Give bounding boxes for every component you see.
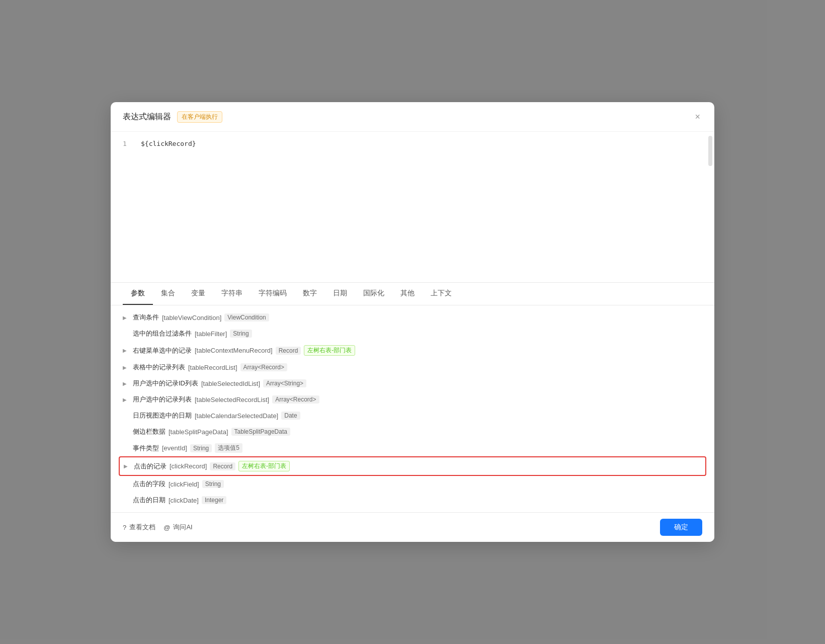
ai-label: 询问AI: [173, 523, 192, 532]
param-key: [tableFilter]: [195, 330, 227, 338]
param-type-badge: String: [202, 480, 224, 488]
param-row[interactable]: ▶右键菜单选中的记录[tableContextMenuRecord]Record…: [111, 342, 714, 359]
tab-variable[interactable]: 变量: [183, 283, 213, 305]
expand-arrow-icon: ▶: [123, 381, 130, 386]
tab-context[interactable]: 上下文: [423, 283, 460, 305]
client-badge: 在客户端执行: [177, 111, 222, 123]
tab-string[interactable]: 字符串: [213, 283, 251, 305]
tab-other[interactable]: 其他: [392, 283, 423, 305]
param-type-badge: TableSplitPageData: [231, 428, 290, 436]
line-number: 1: [123, 140, 133, 274]
param-type-badge: Record: [210, 462, 235, 470]
modal-overlay: 表达式编辑器 在客户端执行 × 1 ${clickRecord} 参数集合变量字…: [0, 0, 825, 644]
modal-title: 表达式编辑器: [123, 112, 171, 122]
param-key: [clickRecord]: [170, 462, 207, 470]
param-key: [tableSelectedRecordList]: [195, 396, 269, 404]
param-row[interactable]: 事件类型[eventId]String选项值5: [111, 440, 714, 456]
param-type-badge: Array<Record>: [272, 395, 319, 404]
param-type-badge: Integer: [202, 496, 226, 504]
param-type-badge: Array<Record>: [240, 363, 287, 371]
param-type-badge: ViewCondition: [224, 313, 269, 321]
expand-arrow-icon: ▶: [123, 348, 130, 353]
param-key: [tableContextMenuRecord]: [195, 347, 273, 354]
ai-link[interactable]: @ 询问AI: [163, 523, 193, 532]
param-key: [tableSplitPageData]: [169, 428, 228, 436]
code-expression: ${clickRecord}: [141, 140, 196, 147]
param-type-badge: String: [230, 330, 252, 338]
confirm-button[interactable]: 确定: [660, 519, 702, 536]
expand-arrow-icon: ▶: [124, 463, 131, 469]
tab-collection[interactable]: 集合: [153, 283, 183, 305]
ai-icon: @: [163, 524, 170, 531]
param-tag: 左树右表-部门表: [238, 461, 290, 471]
expand-arrow-icon: ▶: [123, 397, 130, 403]
tabs-bar: 参数集合变量字符串字符编码数字日期国际化其他上下文: [111, 283, 714, 305]
code-content[interactable]: ${clickRecord}: [141, 140, 702, 274]
param-row[interactable]: 点击的字段[clickField]String: [111, 476, 714, 492]
param-zh-name: 日历视图选中的日期: [133, 411, 192, 420]
param-key: [tableRecordList]: [188, 364, 237, 371]
code-editor-area[interactable]: 1 ${clickRecord}: [111, 132, 714, 283]
modal-header: 表达式编辑器 在客户端执行 ×: [111, 102, 714, 132]
param-row[interactable]: ▶用户选中的记录ID列表[tableSelectedIdList]Array<S…: [111, 375, 714, 391]
tab-i18n[interactable]: 国际化: [355, 283, 392, 305]
tab-date[interactable]: 日期: [325, 283, 355, 305]
param-type-badge: Date: [281, 412, 300, 420]
tab-charcode[interactable]: 字符编码: [251, 283, 295, 305]
modal-footer: ? 查看文档 @ 询问AI 确定: [111, 512, 714, 542]
param-zh-name: 用户选中的记录ID列表: [133, 379, 198, 388]
param-zh-name: 用户选中的记录列表: [133, 395, 192, 404]
param-zh-name: 查询条件: [133, 313, 159, 322]
param-row[interactable]: ▶表格中的记录列表[tableRecordList]Array<Record>: [111, 359, 714, 375]
doc-link[interactable]: ? 查看文档: [123, 523, 155, 532]
param-zh-name: 点击的字段: [133, 479, 166, 489]
param-type-badge: Record: [276, 347, 301, 355]
scrollbar[interactable]: [708, 136, 712, 166]
expand-arrow-icon: ▶: [123, 315, 130, 320]
param-zh-name: 点击的日期: [133, 496, 166, 505]
param-row[interactable]: 点击的日期[clickDate]Integer: [111, 492, 714, 508]
param-zh-name: 选中的组合过滤条件: [133, 329, 192, 338]
param-zh-name: 表格中的记录列表: [133, 363, 185, 372]
param-zh-name: 点击的记录: [134, 462, 167, 471]
expression-editor-modal: 表达式编辑器 在客户端执行 × 1 ${clickRecord} 参数集合变量字…: [111, 102, 714, 542]
param-key: [eventId]: [162, 444, 187, 452]
param-row[interactable]: 选中的组合过滤条件[tableFilter]String: [111, 326, 714, 342]
params-list: ▶查询条件[tableViewCondition]ViewCondition选中…: [111, 305, 714, 512]
param-row[interactable]: ▶查询条件[tableViewCondition]ViewCondition: [111, 309, 714, 326]
tab-number[interactable]: 数字: [295, 283, 325, 305]
param-row[interactable]: 日历视图选中的日期[tableCalendarSelectedDate]Date: [111, 408, 714, 424]
param-tag: 左树右表-部门表: [304, 345, 355, 356]
param-key: [tableViewCondition]: [162, 314, 221, 321]
param-row[interactable]: ▶点击的记录[clickRecord]Record左树右表-部门表: [119, 456, 706, 476]
param-key: [clickDate]: [169, 497, 199, 504]
param-tag: 选项值5: [215, 443, 242, 453]
param-zh-name: 右键菜单选中的记录: [133, 346, 192, 355]
close-button[interactable]: ×: [693, 110, 702, 123]
param-key: [tableCalendarSelectedDate]: [195, 412, 278, 420]
doc-icon: ?: [123, 524, 126, 531]
param-key: [tableSelectedIdList]: [201, 380, 260, 387]
param-type-badge: Array<String>: [263, 379, 306, 387]
doc-label: 查看文档: [129, 523, 155, 532]
param-zh-name: 侧边栏数据: [133, 427, 166, 436]
expand-arrow-icon: ▶: [123, 365, 130, 370]
tab-params[interactable]: 参数: [123, 283, 153, 305]
param-zh-name: 事件类型: [133, 444, 159, 453]
param-key: [clickField]: [169, 480, 199, 488]
param-type-badge: String: [190, 444, 212, 452]
param-row[interactable]: ▶用户选中的记录列表[tableSelectedRecordList]Array…: [111, 391, 714, 408]
param-row[interactable]: 侧边栏数据[tableSplitPageData]TableSplitPageD…: [111, 424, 714, 440]
